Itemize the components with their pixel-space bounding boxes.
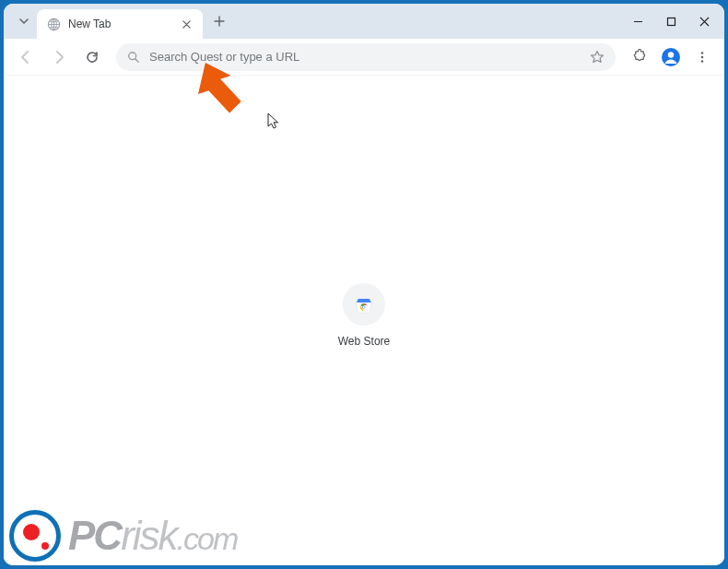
tab-close-button[interactable] bbox=[179, 17, 194, 31]
address-bar[interactable] bbox=[116, 43, 616, 71]
puzzle-icon bbox=[632, 49, 648, 65]
page-content: Web Store bbox=[4, 76, 724, 565]
tab-search-button[interactable] bbox=[11, 8, 37, 34]
arrow-right-icon bbox=[52, 50, 66, 65]
shortcut-label: Web Store bbox=[338, 335, 390, 348]
svg-point-8 bbox=[701, 60, 704, 63]
menu-button[interactable] bbox=[687, 42, 717, 72]
web-store-icon bbox=[354, 294, 374, 314]
address-input[interactable] bbox=[149, 50, 581, 64]
tab-strip: New Tab bbox=[4, 4, 724, 39]
back-button[interactable] bbox=[11, 42, 41, 72]
toolbar bbox=[4, 39, 724, 76]
svg-point-6 bbox=[701, 52, 704, 54]
forward-button[interactable] bbox=[44, 42, 74, 72]
chevron-down-icon bbox=[18, 16, 29, 27]
new-tab-button[interactable] bbox=[206, 8, 232, 34]
close-icon bbox=[699, 17, 710, 27]
svg-point-11 bbox=[363, 306, 365, 308]
profile-button[interactable] bbox=[658, 44, 684, 70]
close-icon bbox=[182, 20, 191, 29]
kebab-icon bbox=[696, 51, 709, 64]
profile-avatar-icon bbox=[661, 47, 681, 67]
minimize-button[interactable] bbox=[621, 7, 654, 35]
shortcut-web-store[interactable]: Web Store bbox=[338, 283, 390, 348]
minimize-icon bbox=[633, 17, 643, 27]
search-icon bbox=[127, 51, 140, 64]
svg-rect-2 bbox=[667, 18, 675, 25]
extensions-button[interactable] bbox=[625, 42, 654, 72]
arrow-left-icon bbox=[18, 50, 33, 65]
svg-point-7 bbox=[701, 55, 704, 58]
tab-title: New Tab bbox=[68, 18, 171, 30]
globe-icon bbox=[46, 17, 61, 31]
reload-button[interactable] bbox=[77, 42, 107, 72]
close-window-button[interactable] bbox=[687, 7, 721, 35]
browser-window: New Tab bbox=[4, 4, 724, 565]
bookmark-star-icon[interactable] bbox=[590, 50, 605, 65]
shortcut-circle bbox=[343, 283, 385, 326]
reload-icon bbox=[85, 50, 100, 65]
plus-icon bbox=[214, 16, 225, 27]
maximize-icon bbox=[666, 17, 676, 27]
svg-point-5 bbox=[668, 52, 674, 57]
window-controls bbox=[621, 4, 721, 39]
maximize-button[interactable] bbox=[654, 7, 687, 35]
browser-tab[interactable]: New Tab bbox=[37, 9, 203, 39]
